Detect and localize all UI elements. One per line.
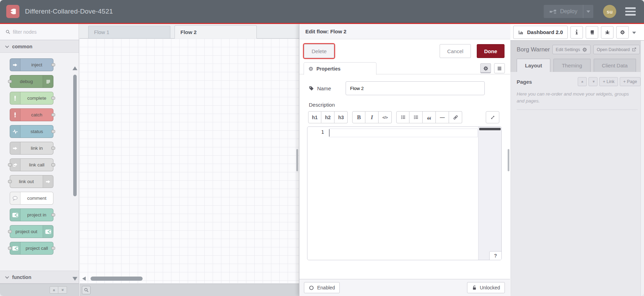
open-dashboard-button[interactable]: Open Dashboard — [593, 45, 640, 54]
canvas-v-scrollbar-thumb[interactable] — [296, 149, 298, 171]
node-red-icon — [10, 209, 20, 221]
palette-scrollbar[interactable] — [72, 66, 78, 281]
palette-node-link-in[interactable]: link in — [10, 142, 53, 155]
canvas-h-scrollbar[interactable] — [82, 276, 299, 281]
palette-category-common[interactable]: common — [0, 40, 79, 53]
dialog-body: Name Description h1h2h3BI</>“— 1 ? — [299, 74, 510, 279]
deploy-button[interactable]: Deploy — [544, 5, 593, 18]
palette-node-complete[interactable]: complete — [10, 92, 53, 105]
dialog-scrollbar-thumb[interactable] — [508, 149, 509, 171]
flow-name-input[interactable] — [346, 81, 485, 95]
palette-node-link-out[interactable]: link out — [10, 175, 53, 188]
right-sidebar: Dashboard 2.0 Borg Warner Edit Set — [510, 24, 644, 296]
editor-scrollbar[interactable] — [478, 127, 501, 260]
scroll-left-arrow[interactable] — [82, 277, 86, 281]
sidebar-scrollbar[interactable] — [641, 41, 644, 296]
node-port-right[interactable] — [51, 130, 55, 133]
ordered-list-icon-button[interactable] — [396, 111, 409, 123]
move-down-button[interactable]: « — [588, 77, 598, 86]
node-port-left[interactable] — [8, 163, 12, 166]
edit-description-button[interactable] — [494, 63, 505, 73]
palette-node-status[interactable]: status — [10, 125, 53, 138]
filter-nodes-input[interactable] — [13, 29, 65, 35]
h2-button[interactable]: h2 — [321, 111, 334, 123]
add-link-button[interactable]: + Link — [599, 77, 618, 86]
flow-tab-flow-1[interactable]: Flow 1 — [88, 26, 170, 38]
palette-node-project-out[interactable]: project out — [10, 225, 53, 238]
info-tab-button[interactable] — [570, 26, 583, 39]
category-label: function — [12, 274, 31, 280]
flow-enabled-toggle[interactable]: Enabled — [304, 282, 340, 293]
tab-properties[interactable]: Properties — [304, 62, 376, 75]
palette-node-debug[interactable]: debug — [10, 75, 53, 88]
help-tab-button[interactable] — [586, 26, 598, 39]
palette-node-link-call[interactable]: link call — [10, 158, 53, 171]
horizontal-rule-button[interactable]: — — [436, 111, 449, 123]
italic-button[interactable]: I — [365, 111, 379, 123]
h3-button[interactable]: h3 — [334, 111, 348, 123]
node-port-right[interactable] — [51, 63, 55, 66]
sidebar-subtab-theming[interactable]: Theming — [553, 59, 590, 72]
scrollbar-thumb[interactable] — [73, 75, 77, 196]
unordered-list-icon-button[interactable] — [409, 111, 423, 123]
node-port-right[interactable] — [51, 147, 55, 150]
bar-chart-icon — [518, 30, 524, 35]
flow-tab-flow-2[interactable]: Flow 2 — [175, 25, 257, 39]
palette-node-inject[interactable]: inject — [10, 58, 53, 71]
done-button[interactable]: Done — [477, 44, 505, 58]
node-port-right[interactable] — [51, 247, 55, 250]
collapse-all-button[interactable]: « — [50, 286, 58, 294]
sidebar-subtab-layout[interactable]: Layout — [517, 59, 550, 72]
link-icon-button[interactable] — [449, 111, 462, 123]
palette-search[interactable] — [4, 27, 75, 37]
config-tab-button[interactable] — [616, 26, 629, 39]
edit-properties-button[interactable] — [480, 63, 491, 73]
sidebar-tab-dashboard[interactable]: Dashboard 2.0 — [513, 26, 568, 39]
expand-editor-button[interactable] — [486, 111, 499, 123]
node-port-right[interactable] — [51, 113, 55, 116]
node-port-right[interactable] — [51, 163, 55, 166]
sidebar-menu-caret[interactable] — [632, 29, 636, 35]
zoom-button[interactable] — [82, 286, 91, 294]
palette-category-function[interactable]: function — [0, 271, 79, 283]
deploy-options-caret[interactable] — [583, 5, 593, 18]
node-port-left[interactable] — [8, 80, 12, 83]
cancel-button[interactable]: Cancel — [440, 44, 471, 58]
comment-icon — [10, 192, 20, 204]
scrollbar-thumb[interactable] — [91, 277, 143, 281]
sidebar-content: Pages « « + Link + Page Here you can re-… — [510, 72, 644, 110]
h1-button[interactable]: h1 — [308, 111, 321, 123]
quote-button[interactable]: “ — [423, 111, 436, 123]
scroll-down-arrow[interactable] — [73, 277, 77, 281]
node-port-left[interactable] — [8, 247, 12, 250]
node-port-right[interactable] — [51, 97, 55, 100]
scroll-up-arrow[interactable] — [73, 66, 77, 70]
flow-lock-toggle[interactable]: Unlocked — [467, 282, 505, 293]
flow-canvas[interactable]: Flow 1 Flow 2 — [79, 24, 299, 296]
node-port-left[interactable] — [8, 230, 12, 233]
palette-node-catch[interactable]: catch — [10, 108, 53, 121]
edit-flow-dialog: Edit flow: Flow 2 Delete Cancel Done Pro… — [299, 24, 510, 296]
editor-scrollbar-thumb[interactable] — [479, 128, 501, 130]
node-port-left[interactable] — [8, 180, 12, 183]
move-up-button[interactable]: « — [578, 77, 587, 86]
debug-tab-button[interactable] — [601, 26, 613, 39]
description-editor[interactable]: 1 ? — [307, 126, 502, 260]
editor-help-button[interactable]: ? — [489, 251, 502, 260]
edit-settings-button[interactable]: Edit Settings — [552, 45, 591, 54]
user-avatar[interactable]: su — [603, 5, 616, 18]
palette-node-comment[interactable]: comment — [10, 192, 53, 205]
sidebar-subtab-client-data[interactable]: Client Data — [594, 59, 636, 72]
main-menu-button[interactable] — [625, 7, 636, 16]
pages-help-text: Here you can re-order and move your widg… — [517, 91, 637, 104]
expand-all-button[interactable]: « — [58, 286, 67, 294]
add-page-button[interactable]: + Page — [620, 77, 641, 86]
node-port-right[interactable] — [51, 213, 55, 216]
canvas-grid[interactable] — [79, 39, 299, 283]
code-button[interactable]: </> — [379, 111, 392, 123]
bold-button[interactable]: B — [352, 111, 365, 123]
palette-node-project-in[interactable]: project in — [10, 208, 53, 221]
name-row: Name — [304, 81, 505, 95]
delete-button[interactable]: Delete — [304, 44, 334, 58]
palette-node-project-call[interactable]: project call — [10, 242, 53, 255]
